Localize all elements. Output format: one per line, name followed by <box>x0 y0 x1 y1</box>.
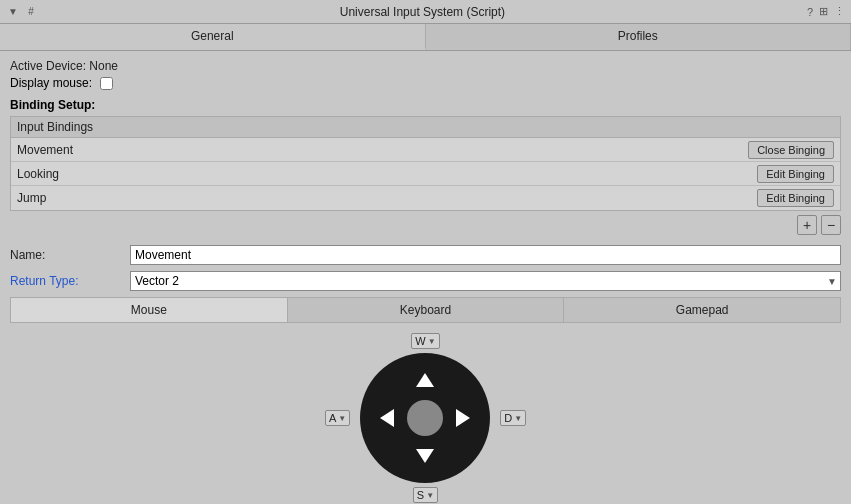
display-mouse-row: Display mouse: <box>10 76 841 90</box>
return-type-label: Return Type: <box>10 274 130 288</box>
edit-binding-button-jump[interactable]: Edit Binging <box>757 189 834 207</box>
remove-binding-button[interactable]: − <box>821 215 841 235</box>
arrow-left-icon <box>380 409 394 427</box>
binding-row-jump: Jump Edit Binging <box>11 186 840 210</box>
sub-tab-mouse[interactable]: Mouse <box>11 298 288 322</box>
dpad-a-dropdown[interactable]: A ▼ <box>325 410 350 426</box>
dpad-down-button[interactable] <box>410 443 440 469</box>
layout-button[interactable]: ⊞ <box>819 5 828 18</box>
arrow-up-icon <box>416 373 434 387</box>
dpad-s-arrow: ▼ <box>426 491 434 500</box>
collapse-icon[interactable]: ▼ <box>6 5 20 19</box>
sub-tab-gamepad[interactable]: Gamepad <box>564 298 840 322</box>
dpad-container: W ▼ A ▼ <box>10 333 841 503</box>
tab-row: General Profiles <box>0 24 851 51</box>
title-bar-actions: ? ⊞ ⋮ <box>807 5 845 18</box>
binding-row-looking: Looking Edit Binging <box>11 162 840 186</box>
return-type-select[interactable]: Vector 2 Vector 3 Float Bool <box>130 271 841 291</box>
binding-name-jump: Jump <box>17 191 753 205</box>
sub-tab-keyboard[interactable]: Keyboard <box>288 298 565 322</box>
dpad-w-label: W <box>415 335 425 347</box>
dpad-top-row: W ▼ <box>411 333 439 349</box>
binding-name-looking: Looking <box>17 167 753 181</box>
arrow-right-icon <box>456 409 470 427</box>
dpad-s-label: S <box>417 489 424 501</box>
dpad-a-arrow: ▼ <box>338 414 346 423</box>
binding-name-movement: Movement <box>17 143 744 157</box>
dpad-middle-row: A ▼ <box>325 353 526 483</box>
name-field-row: Name: <box>10 245 841 265</box>
dpad-w-dropdown[interactable]: W ▼ <box>411 333 439 349</box>
dpad-up-button[interactable] <box>410 367 440 393</box>
tab-general[interactable]: General <box>0 24 426 50</box>
display-mouse-checkbox[interactable] <box>100 77 113 90</box>
dpad-center <box>407 400 443 436</box>
binding-row-movement: Movement Close Binging <box>11 138 840 162</box>
dpad-d-arrow: ▼ <box>514 414 522 423</box>
name-input[interactable] <box>130 245 841 265</box>
menu-button[interactable]: ⋮ <box>834 5 845 18</box>
dpad-left-button[interactable] <box>374 403 400 433</box>
return-type-field-row: Return Type: Vector 2 Vector 3 Float Boo… <box>10 271 841 291</box>
bindings-table-header: Input Bindings <box>11 117 840 138</box>
tab-profiles[interactable]: Profiles <box>426 24 852 50</box>
dpad-d-dropdown[interactable]: D ▼ <box>500 410 526 426</box>
title-bar: ▼ # Universal Input System (Script) ? ⊞ … <box>0 0 851 24</box>
edit-binding-button-looking[interactable]: Edit Binging <box>757 165 834 183</box>
dpad-w-arrow: ▼ <box>428 337 436 346</box>
dpad-bottom-row: S ▼ <box>413 487 438 503</box>
dpad-circle <box>360 353 490 483</box>
binding-setup-header: Binding Setup: <box>10 98 841 112</box>
window-title: Universal Input System (Script) <box>44 5 801 19</box>
dpad-a-label: A <box>329 412 336 424</box>
sub-tab-row: Mouse Keyboard Gamepad <box>10 297 841 323</box>
dpad-d-label: D <box>504 412 512 424</box>
return-type-select-wrapper: Vector 2 Vector 3 Float Bool ▼ <box>130 271 841 291</box>
add-remove-row: + − <box>10 215 841 235</box>
dpad-s-dropdown[interactable]: S ▼ <box>413 487 438 503</box>
title-bar-icons: ▼ # <box>6 5 38 19</box>
active-device: Active Device: None <box>10 59 841 73</box>
bindings-table: Input Bindings Movement Close Binging Lo… <box>10 116 841 211</box>
help-button[interactable]: ? <box>807 6 813 18</box>
dpad-right-button[interactable] <box>450 403 476 433</box>
add-binding-button[interactable]: + <box>797 215 817 235</box>
script-icon: # <box>24 5 38 19</box>
close-binding-button[interactable]: Close Binging <box>748 141 834 159</box>
main-content: Active Device: None Display mouse: Bindi… <box>0 51 851 504</box>
arrow-down-icon <box>416 449 434 463</box>
display-mouse-label: Display mouse: <box>10 76 92 90</box>
name-label: Name: <box>10 248 130 262</box>
